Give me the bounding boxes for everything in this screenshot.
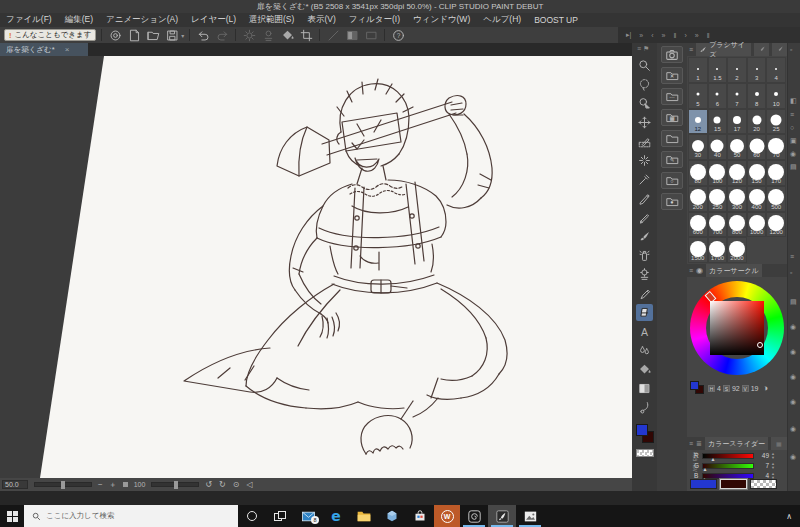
brush-size-40[interactable]: 40 [708,134,728,160]
clear-outside-button[interactable] [260,28,276,42]
menu-ヘルプ(H)[interactable]: ヘルプ(H) [483,14,521,26]
brush-size-500[interactable]: 500 [766,186,786,212]
menu-ウィンドウ(W)[interactable]: ウィンドウ(W) [413,14,470,26]
transparent-color-swatch[interactable] [750,479,777,489]
canvas-viewport[interactable] [0,56,632,478]
gradient-tool[interactable] [636,380,653,397]
stepper-R[interactable]: ▲▼ [771,452,775,460]
slider-value-B[interactable]: 4 [756,472,769,479]
menu-選択範囲(S)[interactable]: 選択範囲(S) [249,14,294,26]
brush-size-300[interactable]: 300 [727,186,747,212]
user-icon[interactable]: ◉ [790,150,796,158]
dock-arrow-icon[interactable]: » [639,32,643,39]
help-button[interactable]: ? [390,28,406,42]
brush-size-200[interactable]: 200 [688,186,708,212]
brush-size-25[interactable]: 25 [766,109,786,135]
brush-size-10[interactable]: 10 [766,83,786,109]
folder-user-button[interactable]: ● [661,193,683,210]
brush-size-5[interactable]: 5 [688,83,708,109]
dock-arrow-icon[interactable]: ‹ [651,32,653,39]
zoom-slider[interactable] [34,482,92,487]
brush-size-20[interactable]: 20 [747,109,767,135]
menu-BOOST UP[interactable]: BOOST UP [534,15,578,25]
auto-select-tool[interactable] [636,152,653,169]
slider-value-G[interactable]: 7 [756,462,769,469]
panel-menu-icon[interactable]: ≡ [689,267,693,274]
blend-tool[interactable] [636,342,653,359]
brush-size-1[interactable]: 1 [688,57,708,83]
brush-size-400[interactable]: 400 [747,186,767,212]
rotate-canvas-button[interactable]: ↻ [219,480,226,489]
eyedropper-tool[interactable] [636,171,653,188]
zoom-tool[interactable] [636,57,653,74]
explorer-button[interactable] [350,505,378,527]
brush-tool[interactable] [636,228,653,245]
shade-icon[interactable]: ◧ [790,97,797,105]
zoom-value-field[interactable]: 50.0 [2,480,28,489]
menu-表示(V)[interactable]: 表示(V) [307,14,335,26]
open-file-button[interactable] [145,28,161,42]
airbrush-tool[interactable] [636,247,653,264]
save-button[interactable] [164,28,180,42]
panel-menu-icon[interactable]: ≡ [689,46,693,53]
brush-size-1700[interactable]: 1700 [708,237,728,263]
mail-button[interactable]: 8 [294,505,322,527]
fill-button[interactable] [279,28,295,42]
menu-レイヤー(L)[interactable]: レイヤー(L) [191,14,236,26]
brush-size-30[interactable]: 30 [688,134,708,160]
menu-icon[interactable]: ≡ ⚑ [632,43,657,53]
pen-tool[interactable] [636,190,653,207]
menu-icon[interactable]: ≡ [790,253,794,261]
panel-menu-icon[interactable]: ≡ [689,440,693,447]
clock-icon[interactable]: ○ [790,124,794,132]
slider-track-G[interactable]: ▲ [702,463,754,469]
radio-icon[interactable]: ◉ [790,373,796,381]
sv-cursor[interactable] [757,342,763,348]
slider-mode-labels[interactable]: RGB HSV [687,450,694,480]
store-button[interactable] [406,505,434,527]
brush-size-1.5[interactable]: 1.5 [708,57,728,83]
document-tab[interactable]: 扉を築くざむ* × [0,43,88,56]
brush-size-1200[interactable]: 1200 [766,212,786,238]
brush-size-17[interactable]: 17 [727,109,747,135]
brush-size-70[interactable]: 70 [766,134,786,160]
wacom-button[interactable]: W [434,505,460,527]
dock-arrow-icon[interactable]: ▸| [626,31,631,39]
foreground-color-swatch[interactable] [636,424,648,436]
folder-clock-button[interactable]: ○ [661,172,683,189]
operation-tool[interactable] [636,95,653,112]
brush-size-600[interactable]: 600 [688,212,708,238]
clip-studio-app-button[interactable] [460,505,488,527]
snap-ruler-button[interactable] [325,28,341,42]
folder-close-button[interactable]: ✕ [661,67,683,84]
radio-icon[interactable]: ◉ [790,348,796,356]
photos-button[interactable] [516,505,544,527]
taskbar-search-input[interactable]: ここに入力して検索 [24,505,238,527]
panel-icon[interactable]: ▫ [790,269,792,277]
tab-brush-alt-1[interactable] [754,43,769,56]
menu-ファイル(F)[interactable]: ファイル(F) [6,14,52,26]
clip-paint-app-button[interactable] [488,505,516,527]
tab-color-slider[interactable]: カラースライダー [705,437,768,450]
tab-color-set[interactable]: ▦ [771,437,787,450]
brush-size-60[interactable]: 60 [747,134,767,160]
announce-button[interactable]: ! こんなこともできます [4,29,96,41]
folder-dots-button[interactable]: ⋯ [661,88,683,105]
brush-size-4[interactable]: 4 [766,57,786,83]
folder-plain-button[interactable] [661,130,683,147]
brush-size-250[interactable]: 250 [708,186,728,212]
main-color-swatch[interactable] [690,479,717,489]
menu-編集(E)[interactable]: 編集(E) [65,14,93,26]
frame-border-tool[interactable] [636,133,653,150]
snap-grid-button[interactable] [363,28,379,42]
brush-size-12[interactable]: 12 [688,109,708,135]
dock-arrow-icon[interactable]: » [695,32,699,39]
folder-edit-button[interactable]: ✎ [661,151,683,168]
slider-value-R[interactable]: 49 [756,452,769,459]
brush-size-170[interactable]: 170 [766,160,786,186]
dock-arrow-icon[interactable]: › [684,32,686,39]
brush-size-100[interactable]: 100 [708,160,728,186]
brush-size-1500[interactable]: 1500 [688,237,708,263]
decoration-tool[interactable] [636,266,653,283]
clear-button[interactable] [241,28,257,42]
